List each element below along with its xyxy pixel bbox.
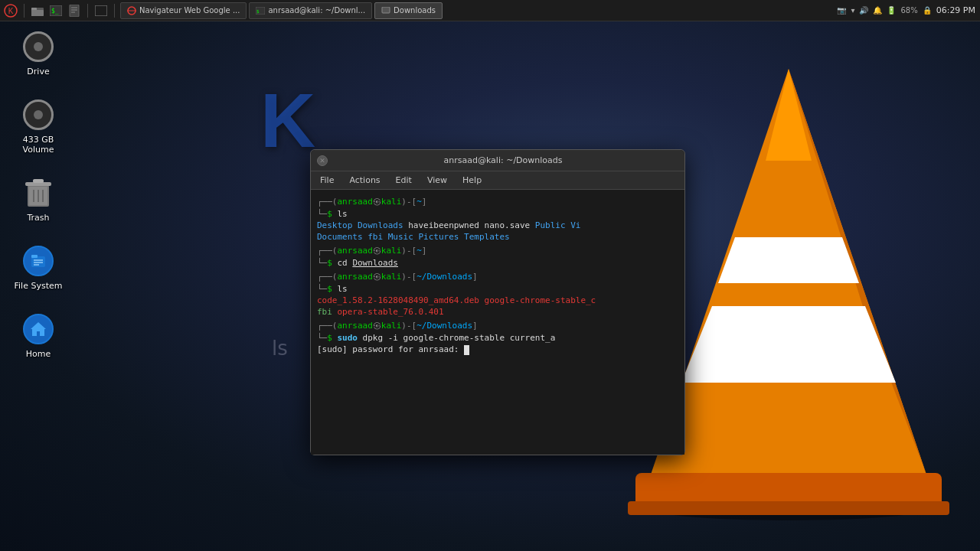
files-icon[interactable] bbox=[30, 3, 45, 18]
text-editor-icon[interactable] bbox=[67, 3, 82, 18]
term-line-2b: └─$ cd Downloads bbox=[317, 258, 678, 268]
drive-label: Drive bbox=[27, 67, 49, 77]
svg-rect-37 bbox=[628, 501, 949, 515]
app-btn-terminal[interactable]: $ anrsaad@kali: ~/Downl... bbox=[249, 2, 372, 19]
svg-text:$_: $_ bbox=[51, 8, 59, 15]
ls-chrome-stable: google-chrome-stable_c bbox=[485, 295, 596, 305]
ls-red-2: fbi opera-stable_76.0.401 bbox=[317, 307, 678, 317]
time-display: 06:29 PM bbox=[936, 5, 975, 15]
svg-rect-7 bbox=[70, 5, 79, 17]
ls-templates: Templates bbox=[464, 232, 510, 242]
cmd-ls-2: ls bbox=[338, 284, 348, 294]
cmd-cd-dir: Downloads bbox=[352, 258, 398, 268]
terminal-menubar: File Actions Edit View Help bbox=[311, 171, 684, 190]
prompt-host-1: kali bbox=[381, 197, 402, 207]
menu-actions[interactable]: Actions bbox=[346, 174, 383, 187]
desktop: K $_ bbox=[0, 0, 980, 551]
prompt-host-3: kali bbox=[381, 272, 402, 282]
network-icon: ▾ bbox=[851, 6, 854, 15]
downloads-app-label: Downloads bbox=[394, 6, 436, 15]
ls-fbi: fbi bbox=[368, 232, 388, 242]
ls-havebeen: haveibeenpwned bbox=[408, 220, 484, 230]
volume-circle-inner bbox=[34, 110, 43, 119]
home-icon-img bbox=[21, 312, 55, 346]
term-line-2: ┌──(anrsaad㉿kali)-[~] bbox=[317, 245, 678, 256]
ls-red-1: code_1.58.2-1628048490_amd64.deb google-… bbox=[317, 295, 678, 305]
menu-file[interactable]: File bbox=[317, 174, 337, 187]
menu-help[interactable]: Help bbox=[459, 174, 485, 187]
window-icon[interactable] bbox=[93, 3, 109, 18]
ls-documents: Documents bbox=[317, 232, 368, 242]
ls-downloads: Downloads bbox=[358, 220, 408, 230]
terminal-close-button[interactable]: ✕ bbox=[317, 155, 328, 166]
terminal-cursor bbox=[464, 345, 469, 355]
ls-opera: opera-stable_76.0.401 bbox=[338, 307, 444, 317]
ls-output-1: Desktop Downloads haveibeenpwned nano.sa… bbox=[317, 220, 678, 230]
ls-music: Music bbox=[388, 232, 419, 242]
svg-marker-34 bbox=[718, 237, 859, 283]
home-circle bbox=[23, 314, 54, 344]
ls-public: Public bbox=[535, 220, 570, 230]
svg-rect-20 bbox=[33, 179, 44, 183]
prompt-host-4: kali bbox=[381, 321, 402, 331]
ls-pictures: Pictures bbox=[418, 232, 464, 242]
battery-icon: 🔋 bbox=[887, 6, 896, 15]
prompt-dir-1: ~ bbox=[416, 197, 422, 207]
separator2 bbox=[87, 4, 88, 18]
trash-svg bbox=[24, 176, 53, 210]
prompt-user-3: anrsaad bbox=[338, 272, 373, 282]
volume-label2: Volume bbox=[23, 145, 54, 155]
term-line-1b: └─$ ls bbox=[317, 209, 678, 219]
home-icon-item[interactable]: Home bbox=[8, 309, 69, 362]
notification-icon: 🔔 bbox=[873, 6, 882, 15]
separator1 bbox=[24, 4, 24, 18]
menu-view[interactable]: View bbox=[424, 174, 450, 187]
camera-icon: 📷 bbox=[837, 6, 846, 15]
drive-circle-inner bbox=[34, 42, 43, 51]
terminal-titlebar: ✕ anrsaad@kali: ~/Downloads bbox=[311, 150, 684, 171]
ls-output-2: Documents fbi Music Pictures Templates bbox=[317, 232, 678, 242]
filesystem-icon-item[interactable]: File System bbox=[8, 241, 69, 294]
terminal-icon[interactable]: $_ bbox=[48, 3, 64, 18]
app-btn-browser[interactable]: Navigateur Web Google ... bbox=[120, 2, 247, 19]
volume-icon-item[interactable]: 433 GB Volume bbox=[8, 95, 69, 158]
browser-app-label: Navigateur Web Google ... bbox=[139, 6, 240, 15]
app-btn-downloads[interactable]: Downloads bbox=[374, 2, 443, 19]
term-line-3b: └─$ ls bbox=[317, 284, 678, 294]
trash-label: Trash bbox=[27, 213, 49, 223]
volume-circle bbox=[23, 99, 54, 130]
volume-label1: 433 GB bbox=[23, 135, 54, 145]
battery-label: 68% bbox=[900, 6, 917, 15]
home-svg bbox=[29, 321, 47, 337]
volume-icon-img bbox=[21, 98, 55, 132]
taskbar-apps: Navigateur Web Google ... $ anrsaad@kali… bbox=[120, 2, 443, 19]
svg-marker-33 bbox=[681, 306, 896, 383]
svg-text:K: K bbox=[8, 7, 14, 15]
password-line: [sudo] password for anrsaad: bbox=[317, 344, 678, 355]
trash-icon-img bbox=[21, 176, 55, 210]
taskbar-left: K $_ bbox=[0, 3, 117, 18]
ls-desktop: Desktop bbox=[317, 220, 358, 230]
svg-text:$: $ bbox=[256, 8, 260, 14]
svg-rect-4 bbox=[31, 10, 44, 16]
filesys-svg bbox=[30, 253, 47, 269]
drive-icon-item[interactable]: Drive bbox=[8, 27, 69, 80]
svg-rect-25 bbox=[31, 255, 38, 258]
svg-marker-35 bbox=[766, 69, 812, 161]
drive-circle bbox=[23, 31, 54, 62]
kali-menu-icon[interactable]: K bbox=[3, 3, 18, 18]
separator3 bbox=[114, 4, 115, 18]
home-label: Home bbox=[26, 349, 51, 359]
filesys-circle bbox=[23, 246, 54, 276]
ls-vi: Vi bbox=[570, 220, 580, 230]
taskbar-right: 📷 ▾ 🔊 🔔 🔋 68% 🔒 06:29 PM bbox=[837, 5, 980, 15]
cmd-sudo: sudo bbox=[338, 333, 358, 343]
term-line-1: ┌──(anrsaad㉿kali)-[~] bbox=[317, 196, 678, 207]
trash-icon-item[interactable]: Trash bbox=[8, 173, 69, 226]
svg-rect-11 bbox=[95, 5, 107, 16]
prompt-user-1: anrsaad bbox=[338, 197, 373, 207]
svg-marker-29 bbox=[31, 322, 46, 336]
term-line-3: ┌──(anrsaad㉿kali)-[~/Downloads] bbox=[317, 271, 678, 282]
menu-edit[interactable]: Edit bbox=[393, 174, 415, 187]
prompt-host-2: kali bbox=[381, 246, 402, 256]
